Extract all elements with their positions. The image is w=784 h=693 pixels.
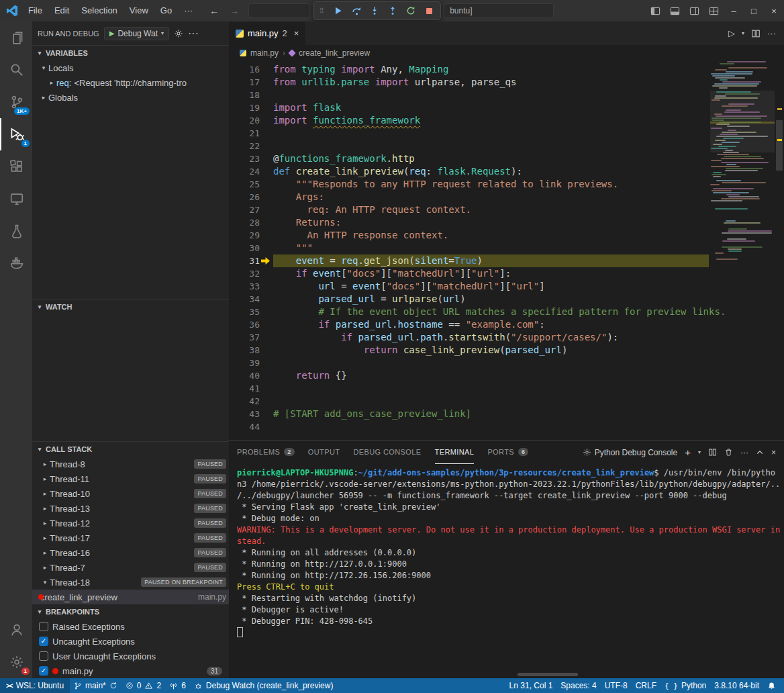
menu-edit[interactable]: Edit [48, 0, 75, 21]
line-number[interactable]: 32 [229, 267, 260, 280]
panel-tab-ports[interactable]: PORTS6 [487, 441, 528, 464]
start-debug-icon[interactable]: ▶ [109, 30, 115, 37]
breakpoint-row[interactable]: ✓Uncaught Exceptions [32, 634, 229, 649]
remote-indicator[interactable]: >< WSL: Ubuntu [0, 678, 70, 693]
command-center-search[interactable] [248, 3, 310, 18]
activity-settings-icon[interactable]: 1 [0, 646, 32, 678]
code-line-21[interactable]: 21 [229, 127, 709, 140]
customize-layout-icon[interactable] [704, 0, 724, 21]
gutter-glyph[interactable] [260, 229, 273, 242]
breadcrumb-symbol[interactable]: create_link_preview [299, 48, 370, 58]
debug-step-out-button[interactable] [387, 5, 398, 16]
maximize-button[interactable]: □ [744, 0, 764, 21]
line-number[interactable]: 18 [229, 89, 260, 101]
command-center[interactable]: buntu] [444, 3, 554, 18]
code-line-23[interactable]: 23@functions_framework.http [229, 152, 709, 165]
panel-more-actions-icon[interactable]: ··· [740, 448, 748, 457]
code-line-39[interactable]: 39 [229, 357, 709, 369]
line-number[interactable]: 36 [229, 318, 260, 331]
line-number[interactable]: 33 [229, 280, 260, 293]
panel-tab-debug-console[interactable]: DEBUG CONSOLE [353, 441, 421, 464]
gutter-glyph[interactable] [260, 306, 273, 318]
code-line-18[interactable]: 18 [229, 89, 709, 101]
call-stack-thread[interactable]: ▸Thread-7PAUSED [32, 560, 229, 575]
gutter-glyph[interactable] [260, 255, 273, 267]
gutter-glyph[interactable] [260, 203, 273, 216]
close-button[interactable]: × [764, 0, 784, 21]
call-stack-thread[interactable]: ▸Thread-11PAUSED [32, 471, 229, 486]
maximize-panel-icon[interactable] [756, 449, 764, 457]
gutter-glyph[interactable] [260, 165, 273, 178]
line-number[interactable]: 42 [229, 395, 260, 408]
line-number[interactable]: 30 [229, 242, 260, 255]
gutter-glyph[interactable] [260, 293, 273, 306]
code-line-31[interactable]: 31 event = req.get_json(silent=True) [229, 255, 709, 267]
nav-back-icon[interactable]: ← [209, 5, 219, 16]
menu-file[interactable]: File [22, 0, 48, 21]
breadcrumb-file[interactable]: main.py [250, 48, 279, 58]
code-line-16[interactable]: 16from typing import Any, Mapping [229, 63, 709, 76]
kill-terminal-icon[interactable] [724, 448, 733, 457]
branch-indicator[interactable]: main* [70, 678, 121, 693]
line-number[interactable]: 43 [229, 408, 260, 420]
line-number[interactable]: 23 [229, 152, 260, 165]
gutter-glyph[interactable] [260, 280, 273, 293]
panel-tab-terminal[interactable]: TERMINAL [435, 441, 475, 464]
variables-locals[interactable]: ▾ Locals [32, 60, 229, 75]
activity-source-control-icon[interactable]: 1K+ [0, 86, 32, 118]
gutter-glyph[interactable] [260, 89, 273, 101]
line-number[interactable]: 35 [229, 306, 260, 318]
terminal-instance-label[interactable]: Python Debug Console [583, 448, 677, 457]
menu-selection[interactable]: Selection [75, 0, 123, 21]
debug-config-dropdown[interactable]: ▶ Debug Wat ▾ [104, 27, 169, 40]
gutter-glyph[interactable] [260, 63, 273, 76]
breakpoint-row[interactable]: User Uncaught Exceptions [32, 649, 229, 663]
code-line-25[interactable]: 25 """Responds to any HTTP request relat… [229, 178, 709, 191]
code-line-34[interactable]: 34 parsed_url = urlparse(url) [229, 293, 709, 306]
gutter-glyph[interactable] [260, 216, 273, 229]
close-panel-icon[interactable]: × [771, 448, 776, 457]
activity-docker-icon[interactable] [0, 247, 32, 279]
toolbar-drag-handle-icon[interactable]: ⣿ [320, 8, 326, 13]
terminal-scrollbar[interactable] [518, 673, 578, 676]
gutter-glyph[interactable] [260, 420, 273, 433]
code-editor[interactable]: 16from typing import Any, Mapping17from … [229, 61, 784, 440]
line-number[interactable]: 44 [229, 420, 260, 433]
code-line-33[interactable]: 33 url = event["docs"]["matchedUrl"]["ur… [229, 280, 709, 293]
editor-more-actions-icon[interactable]: ··· [767, 28, 776, 38]
breakpoint-checkbox[interactable] [39, 622, 48, 631]
breakpoint-row[interactable]: ✓main.py31 [32, 663, 229, 678]
variable-req[interactable]: ▸ req: <Request 'http://charming-tro [32, 75, 229, 90]
line-number[interactable]: 17 [229, 76, 260, 89]
encoding[interactable]: UTF-8 [601, 681, 632, 690]
debug-stop-button[interactable] [424, 5, 434, 16]
terminal-dropdown-chevron-icon[interactable]: ▾ [698, 449, 701, 455]
gutter-glyph[interactable] [260, 101, 273, 114]
code-line-35[interactable]: 35 # If the event object URL matches a s… [229, 306, 709, 318]
line-number[interactable]: 29 [229, 229, 260, 242]
gutter-glyph[interactable] [260, 140, 273, 152]
notifications-bell[interactable] [763, 682, 780, 690]
minimap[interactable] [710, 61, 775, 440]
line-number[interactable]: 19 [229, 101, 260, 114]
gutter-glyph[interactable] [260, 242, 273, 255]
code-line-40[interactable]: 40 return {} [229, 369, 709, 382]
breakpoint-checkbox[interactable] [39, 651, 48, 661]
terminal[interactable]: pierrick@LAPTOP-HKU5PNNG:~/git/add-ons-s… [229, 464, 784, 678]
eol-sequence[interactable]: CRLF [632, 681, 660, 690]
cursor-position[interactable]: Ln 31, Col 1 [505, 681, 557, 690]
activity-explorer-icon[interactable] [0, 21, 32, 54]
activity-extensions-icon[interactable] [0, 150, 32, 183]
python-interpreter[interactable]: 3.8.10 64-bit [710, 681, 763, 690]
line-number[interactable]: 34 [229, 293, 260, 306]
toggle-panel-icon[interactable] [665, 0, 685, 21]
debug-restart-button[interactable] [405, 5, 416, 16]
line-number[interactable]: 24 [229, 165, 260, 178]
code-line-26[interactable]: 26 Args: [229, 191, 709, 203]
menu-view[interactable]: View [124, 0, 154, 21]
code-line-37[interactable]: 37 if parsed_url.path.startswith("/suppo… [229, 331, 709, 344]
scrollbar-thumb[interactable] [776, 120, 783, 171]
gutter-glyph[interactable] [260, 76, 273, 89]
code-line-20[interactable]: 20import functions_framework [229, 114, 709, 127]
code-line-17[interactable]: 17from urllib.parse import urlparse, par… [229, 76, 709, 89]
